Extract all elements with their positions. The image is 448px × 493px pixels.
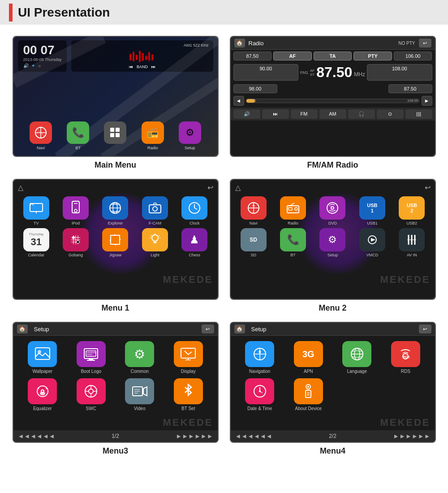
menu-app-explorer[interactable]: Explorer xyxy=(97,196,134,225)
s2-slider-right-btn[interactable]: ► xyxy=(422,96,432,106)
setup-navigation[interactable]: Navigation xyxy=(238,341,282,374)
setup-rds[interactable]: RDS RDS xyxy=(383,341,428,374)
caption-fm-radio: FM/AM Radio xyxy=(307,160,358,170)
screen-fm-radio[interactable]: 🏠 Radio NO PTY ↩ 87.50 AF TA PTY 106.00 … xyxy=(230,36,436,157)
tv-icon xyxy=(23,196,49,220)
menu-app-jigsaw[interactable]: Jigsaw xyxy=(97,228,134,257)
s6-next-nav[interactable]: ►►►►►► xyxy=(393,432,430,440)
app-setup[interactable]: ⚙ Setup xyxy=(179,121,201,150)
m2-app-sd[interactable]: SD SD xyxy=(235,228,272,257)
screen-menu1[interactable]: △ ↩ xyxy=(13,179,219,300)
s2-af-btn[interactable]: AF xyxy=(273,52,312,61)
swc-icon xyxy=(77,378,106,404)
s6-title: Setup xyxy=(249,326,415,333)
setup-language[interactable]: Language xyxy=(335,341,379,374)
menu-app-fcam[interactable]: F-CAM xyxy=(137,196,173,225)
s2-fm-btn[interactable]: FM xyxy=(291,109,318,119)
s2-am-btn[interactable]: AM xyxy=(319,109,346,119)
s2-signal-btn[interactable]: |||| xyxy=(405,109,432,119)
setup-wallpaper[interactable]: Wallpaper xyxy=(21,341,65,374)
setup-video[interactable]: Video xyxy=(118,378,162,411)
language-label: Language xyxy=(347,369,367,374)
s2-freq-108[interactable]: 108.00 xyxy=(367,64,432,81)
s2-source-btn[interactable]: ⊙ xyxy=(377,109,404,119)
m2-app-usb2[interactable]: USB 2 USB2 xyxy=(393,196,430,225)
s2-freq-90[interactable]: 90.00 xyxy=(233,64,299,81)
cell-main-menu: 00 07 2013-08-08 Thursday 🔊 ✦ ☼ AM1 522 … xyxy=(7,31,224,174)
m2-app-avin[interactable]: AV IN xyxy=(393,228,430,257)
screen-menu4[interactable]: 🏠 Setup ↩ Navi xyxy=(230,322,436,443)
svg-rect-16 xyxy=(116,128,120,132)
caption-menu4: Menu4 xyxy=(320,446,345,456)
s2-back-btn[interactable]: ↩ xyxy=(419,39,431,48)
s2-home-btn[interactable]: 🏠 xyxy=(234,39,245,48)
app-bt[interactable]: 📞 BT xyxy=(67,121,89,150)
s2-volume-btn[interactable]: 🔊 xyxy=(233,109,260,119)
s5-prev-nav[interactable]: ◄◄◄◄◄◄ xyxy=(18,432,55,440)
s5-bottom-bar: ◄◄◄◄◄◄ 1/2 ►►►►►► xyxy=(13,430,218,442)
svg-point-43 xyxy=(152,235,158,241)
m2-navi-label: Navi xyxy=(250,221,258,225)
menu-app-chess[interactable]: ♟ Chess xyxy=(176,228,213,257)
setup-equalizer[interactable]: Equalizer xyxy=(21,378,65,411)
s2-prev-btn[interactable]: ⏭ xyxy=(262,109,289,119)
menu-app-clock[interactable]: Clock xyxy=(176,196,213,225)
m2-app-dvd[interactable]: DVD xyxy=(314,196,351,225)
menu-app-light[interactable]: Light xyxy=(137,228,173,257)
s2-freq-98[interactable]: 98.00 xyxy=(233,84,277,93)
s2-freq-87[interactable]: 87.50 xyxy=(233,52,272,61)
s2-slider-track[interactable]: 87.50 108.00 xyxy=(246,99,420,103)
menu-app-ipod[interactable]: iPod xyxy=(57,196,94,225)
s2-slider-row: ◄ 87.50 108.00 ► xyxy=(231,95,435,107)
setup-apn[interactable]: 3G APN xyxy=(286,341,331,374)
fcam-label[interactable]: F-CAM xyxy=(149,221,162,225)
s2-ta-btn[interactable]: TA xyxy=(314,52,352,61)
m2-app-navi[interactable]: Navi xyxy=(235,196,272,225)
menu-app-calendar[interactable]: Thursday 31 Calendar xyxy=(18,228,55,257)
common-gear-icon: ⚙ xyxy=(134,347,145,362)
app-navi[interactable]: Navi xyxy=(30,121,52,150)
common-icon: ⚙ xyxy=(125,341,154,367)
m2-app-radio[interactable]: Radio xyxy=(275,196,311,225)
s2-freq-106[interactable]: 106.00 xyxy=(394,52,432,61)
menu-app-gobang[interactable]: Gobang xyxy=(57,228,94,257)
setup-btset[interactable]: BT Set xyxy=(166,378,211,411)
screen-menu2[interactable]: △ ↩ N xyxy=(230,179,436,300)
setup-display[interactable]: Display xyxy=(166,341,211,374)
app-radio[interactable]: 📻 Radio xyxy=(142,121,164,150)
setup-bootlogo[interactable]: Boot Logo xyxy=(69,341,113,374)
jigsaw-svg xyxy=(108,233,122,246)
screen-main-menu[interactable]: 00 07 2013-08-08 Thursday 🔊 ✦ ☼ AM1 522 … xyxy=(13,36,219,157)
s4-home-icon: △ xyxy=(235,183,241,192)
s2-headphone-btn[interactable]: 🎧 xyxy=(348,109,375,119)
s5-next-nav[interactable]: ►►►►►► xyxy=(176,432,213,440)
s2-freq-8750[interactable]: 87.50 xyxy=(388,84,432,93)
svg-line-61 xyxy=(329,205,330,207)
nav-svg xyxy=(252,346,267,362)
m2-app-setup[interactable]: ⚙ Setup xyxy=(314,228,351,257)
s6-back-btn[interactable]: ↩ xyxy=(419,324,431,333)
aboutdevice-label: About Device xyxy=(295,406,322,411)
s2-pty-btn[interactable]: PTY xyxy=(353,52,392,61)
video-icon xyxy=(125,378,154,404)
setup-common[interactable]: ⚙ Common xyxy=(118,341,162,374)
s6-home-btn[interactable]: 🏠 xyxy=(234,324,245,333)
setup-datetime[interactable]: Date & Time xyxy=(238,378,282,411)
app-grid[interactable] xyxy=(104,121,126,150)
s6-prev-nav[interactable]: ◄◄◄◄◄◄ xyxy=(235,432,272,440)
light-icon xyxy=(142,228,168,251)
bootlogo-icon xyxy=(77,341,106,367)
svg-rect-30 xyxy=(149,205,161,213)
m2-usb2-text: USB 2 xyxy=(407,203,417,213)
m2-app-usb1[interactable]: USB 1 USB1 xyxy=(354,196,391,225)
s2-slider-left-btn[interactable]: ◄ xyxy=(233,96,244,106)
s5-back-btn[interactable]: ↩ xyxy=(202,324,214,333)
m2-app-vmcd[interactable]: VMCD xyxy=(354,228,391,257)
menu-app-tv[interactable]: TV xyxy=(18,196,55,225)
setup-aboutdevice[interactable]: About Device xyxy=(286,378,331,411)
s5-home-btn[interactable]: 🏠 xyxy=(17,324,28,333)
screen-menu3[interactable]: 🏠 Setup ↩ Wallpaper xyxy=(13,322,219,443)
setup-swc[interactable]: SWC xyxy=(69,378,113,411)
m2-app-bt[interactable]: 📞 BT xyxy=(275,228,311,257)
clock-icon xyxy=(181,196,207,220)
